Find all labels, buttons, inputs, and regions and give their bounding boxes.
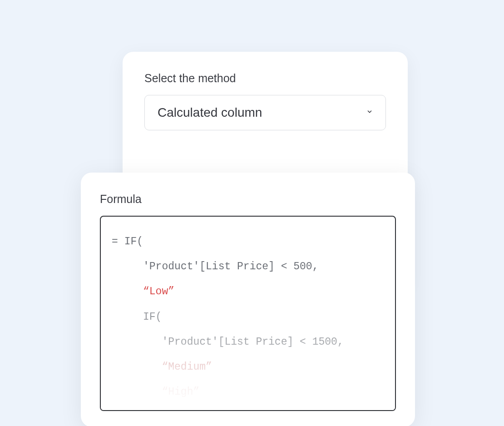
- code-token: “Medium”: [162, 361, 212, 373]
- code-token: 'Product'[List Price] < 1500,: [162, 336, 343, 348]
- formula-label: Formula: [100, 193, 396, 206]
- method-select[interactable]: Calculated column: [144, 95, 386, 130]
- code-token: IF(: [143, 311, 162, 323]
- code-token: 'Product'[List Price] < 500,: [143, 261, 318, 272]
- chevron-down-icon: [366, 109, 373, 117]
- code-token: “High”: [162, 386, 199, 398]
- formula-input[interactable]: = IF( 'Product'[List Price] < 500, “Low”…: [100, 216, 396, 411]
- code-token: IF(: [124, 236, 143, 248]
- method-select-value: Calculated column: [158, 105, 262, 120]
- code-token: =: [112, 236, 118, 248]
- method-label: Select the method: [144, 72, 386, 85]
- formula-card: Formula = IF( 'Product'[List Price] < 50…: [81, 173, 415, 426]
- code-token: “Low”: [143, 286, 174, 297]
